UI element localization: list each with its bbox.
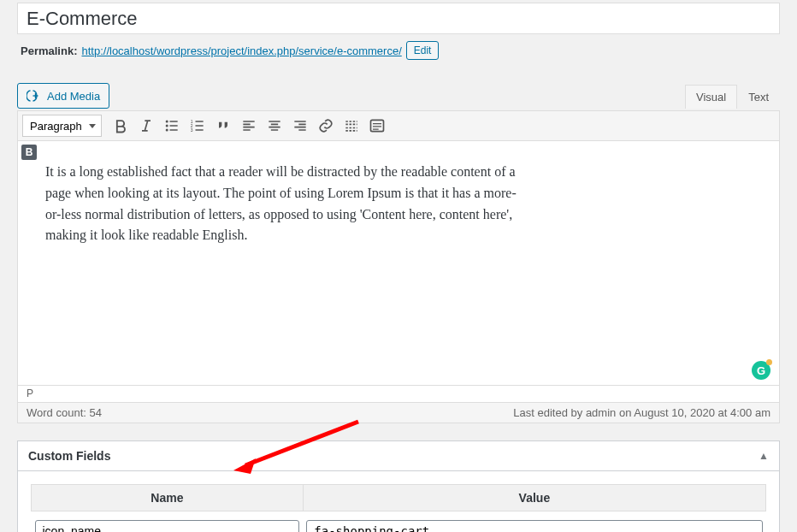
svg-point-2 [166,121,168,123]
custom-fields-title: Custom Fields [28,449,110,463]
col-value-header: Value [303,485,765,511]
bold-icon[interactable] [109,114,133,138]
last-edited: Last edited by admin on August 10, 2020 … [513,406,770,419]
permalink-url[interactable]: http://localhost/wordpress/project/index… [81,44,401,57]
italic-icon[interactable] [134,114,158,138]
collapse-icon[interactable]: ▲ [759,450,769,462]
custom-fields-body: Name Value Delete Update [18,471,779,532]
title-input-container [17,3,780,34]
permalink-row: Permalink: http://localhost/wordpress/pr… [17,39,780,62]
post-title-input[interactable] [27,7,770,30]
bullet-list-icon[interactable] [160,114,184,138]
tab-visual[interactable]: Visual [685,85,737,109]
svg-point-4 [166,129,168,132]
more-icon[interactable] [339,114,363,138]
permalink-edit-button[interactable]: Edit [406,41,440,60]
editor-mode-badge: B [21,145,37,160]
align-center-icon[interactable] [263,114,286,138]
tab-text[interactable]: Text [737,85,780,109]
cf-name-input[interactable] [35,520,300,532]
media-row: Add Media Visual Text [17,83,780,109]
grammarly-icon[interactable]: G [752,361,770,380]
toolbar-toggle-icon[interactable] [365,114,389,138]
align-left-icon[interactable] [237,114,261,138]
table-row: Delete Update [32,511,766,533]
editor-toolbar: Paragraph 123 [17,110,780,141]
link-icon[interactable] [314,114,338,138]
element-path-bar: P [17,386,780,403]
editor-content[interactable]: It is a long established fact that a rea… [18,141,548,255]
word-count: Word count: 54 [27,406,102,419]
cf-value-textarea[interactable] [306,520,762,532]
custom-fields-panel: Custom Fields ▲ Name Value Delete Update [17,440,780,532]
col-name-header: Name [32,485,304,511]
format-select[interactable]: Paragraph [22,115,102,137]
custom-fields-table: Name Value Delete Update [31,484,766,532]
add-media-button[interactable]: Add Media [17,83,109,109]
media-icon [27,88,42,103]
custom-fields-header[interactable]: Custom Fields ▲ [18,441,779,471]
add-media-label: Add Media [47,90,100,103]
svg-text:3: 3 [191,127,193,133]
align-right-icon[interactable] [288,114,312,138]
permalink-label: Permalink: [21,44,77,57]
editor-tabs: Visual Text [685,85,780,109]
svg-point-3 [166,125,168,127]
numbered-list-icon[interactable]: 123 [186,114,210,138]
editor-status-bar: Word count: 54 Last edited by admin on A… [17,403,780,423]
editor-body[interactable]: B It is a long established fact that a r… [17,141,780,386]
blockquote-icon[interactable] [211,114,235,138]
